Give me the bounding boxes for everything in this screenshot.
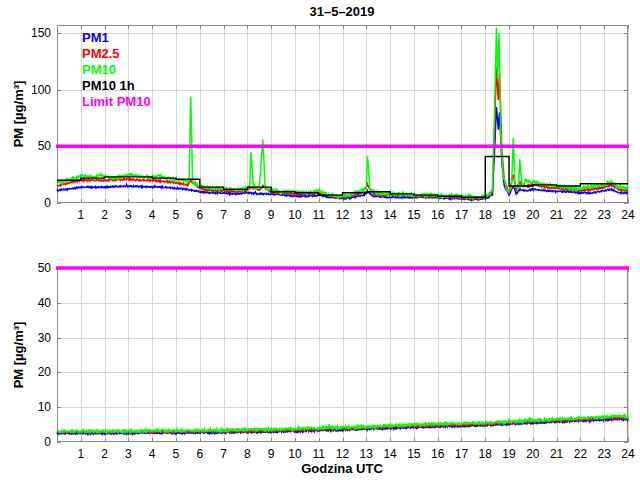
bottom-chart-x-tick-label: 17 [455,447,468,461]
bottom-chart-x-tick-label: 24 [621,447,634,461]
bottom-chart-x-tick-label: 7 [220,447,227,461]
bottom-chart-x-tick-label: 19 [502,447,515,461]
bottom-chart-y-tick-label: 10 [11,400,51,414]
figure: 31–5–2019 PM [µg/m³] PM [µg/m³] Godzina … [0,0,640,480]
bottom-chart-y-tick-label: 40 [11,296,51,310]
bottom-chart-y-tick-label: 30 [11,331,51,345]
bottom-chart-y-tick-label: 0 [11,435,51,449]
bottom-chart-x-tick-label: 20 [526,447,539,461]
top-chart-x-tick-label: 13 [360,208,373,222]
bottom-chart-x-tick-label: 22 [574,447,587,461]
legend-entry-pm10: PM10 [82,62,151,78]
top-chart-x-tick-label: 12 [336,208,349,222]
figure-title: 31–5–2019 [309,4,374,19]
top-chart-x-tick-label: 24 [621,208,634,222]
top-chart-x-tick-label: 3 [125,208,132,222]
top-chart-x-tick-label: 21 [550,208,563,222]
bottom-chart-y-tick-label: 50 [11,261,51,275]
bottom-chart-x-tick-label: 16 [431,447,444,461]
bottom-chart-x-tick-label: 10 [288,447,301,461]
bottom-chart-x-tick-label: 14 [383,447,396,461]
bottom-chart-y-tick-label: 20 [11,365,51,379]
bottom-chart-x-tick-label: 21 [550,447,563,461]
bottom-chart-x-tick-label: 2 [101,447,108,461]
top-chart-x-tick-label: 4 [149,208,156,222]
axes-box [57,268,629,443]
top-chart-y-tick-label: 50 [11,139,51,153]
legend: PM1PM2.5PM10PM10 1hLimit PM10 [82,30,151,110]
bottom-chart-x-tick-label: 3 [125,447,132,461]
bottom-chart-x-tick-label: 11 [312,447,324,461]
top-chart-x-tick-label: 6 [196,208,203,222]
top-chart-x-tick-label: 8 [244,208,251,222]
top-chart-x-tick-label: 23 [598,208,611,222]
bottom-chart-x-tick-label: 5 [173,447,180,461]
top-chart-x-tick-label: 10 [288,208,301,222]
top-chart-y-tick-label: 100 [11,83,51,97]
top-chart-x-tick-label: 16 [431,208,444,222]
top-chart-y-tick-label: 150 [11,26,51,40]
top-chart-x-tick-label: 11 [312,208,324,222]
top-chart-x-tick-label: 19 [502,208,515,222]
top-chart-x-tick-label: 9 [268,208,275,222]
legend-entry-pm10-1h: PM10 1h [82,78,151,94]
top-chart-x-tick-label: 5 [173,208,180,222]
bottom-chart-x-tick-label: 6 [196,447,203,461]
bottom-chart-x-tick-label: 1 [77,447,84,461]
legend-entry-pm2-5: PM2.5 [82,46,151,62]
top-chart-x-tick-label: 15 [407,208,420,222]
gridlines [57,268,629,442]
legend-entry-limit-pm10: Limit PM10 [82,94,151,110]
top-chart-y-tick-label: 0 [11,196,51,210]
bottom-chart-x-tick-label: 18 [479,447,492,461]
top-chart-x-tick-label: 17 [455,208,468,222]
top-chart-x-tick-label: 2 [101,208,108,222]
bottom-chart-x-tick-label: 13 [360,447,373,461]
bottom-chart-x-tick-label: 4 [149,447,156,461]
bottom-chart-xlabel: Godzina UTC [301,461,383,476]
top-chart-x-tick-label: 22 [574,208,587,222]
top-chart-x-tick-label: 1 [77,208,84,222]
bottom-chart-x-tick-label: 15 [407,447,420,461]
bottom-chart-x-tick-label: 9 [268,447,275,461]
bottom-chart-x-tick-label: 12 [336,447,349,461]
top-chart-x-tick-label: 7 [220,208,227,222]
bottom-chart-x-tick-label: 8 [244,447,251,461]
series-group [56,268,629,434]
top-chart-x-tick-label: 20 [526,208,539,222]
bottom-chart-x-tick-label: 23 [598,447,611,461]
top-chart-x-tick-label: 14 [383,208,396,222]
legend-entry-pm1: PM1 [82,30,151,46]
top-chart-x-tick-label: 18 [479,208,492,222]
